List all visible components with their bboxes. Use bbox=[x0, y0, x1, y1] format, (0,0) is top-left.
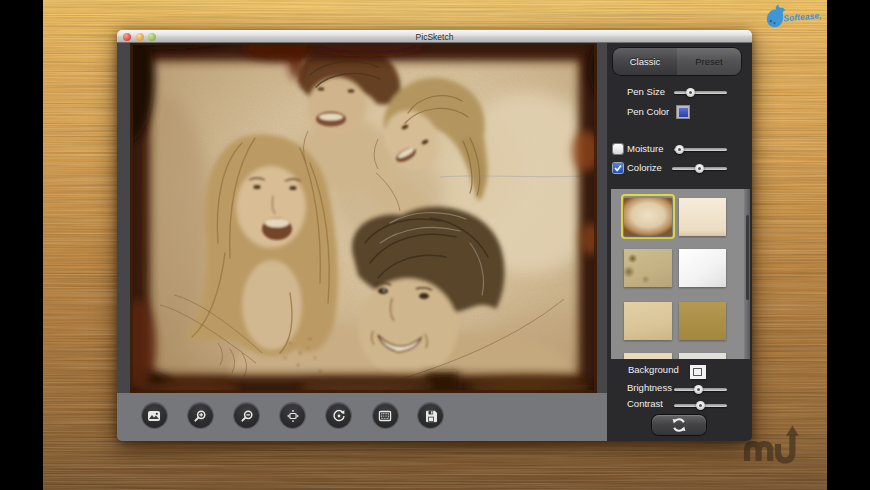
svg-text:Softease,: Softease, bbox=[783, 10, 822, 23]
